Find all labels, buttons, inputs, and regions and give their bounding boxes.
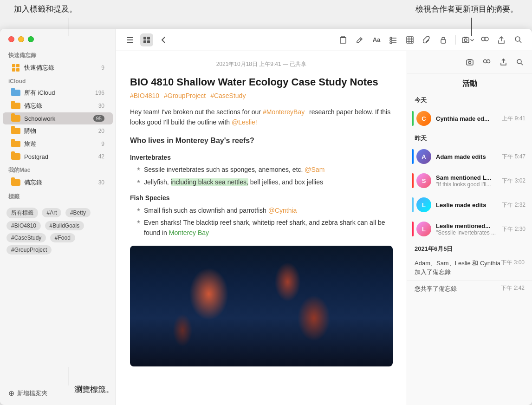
- adam-avatar: A: [416, 149, 431, 164]
- jellyfish-photo: [130, 246, 393, 366]
- tag-link-bio4810[interactable]: #BIO4810: [130, 92, 159, 99]
- maximize-button[interactable]: [28, 36, 34, 42]
- tag-link-groupproject[interactable]: #GroupProject: [164, 92, 206, 99]
- svg-point-28: [515, 37, 520, 41]
- icloud-notes-icon: [11, 102, 20, 110]
- minimize-button[interactable]: [18, 36, 24, 42]
- schoolwork-icon: [11, 115, 20, 122]
- tag-bio4810[interactable]: #BIO4810: [6, 221, 41, 230]
- sidebar-item-icloud-all[interactable]: 所有 iCloud 196: [3, 86, 113, 99]
- activity-photo-btn[interactable]: [463, 56, 476, 69]
- tag-groupproject[interactable]: #GroupProject: [6, 245, 52, 255]
- edit-button[interactable]: [353, 33, 366, 46]
- activity-today-label: 今天: [407, 92, 532, 106]
- schoolwork-badge: 95: [93, 115, 104, 122]
- postgrad-label: Postgrad: [24, 153, 95, 160]
- bullet-item-1: Sessile invertebrates such as sponges, a…: [137, 164, 393, 175]
- svg-point-33: [484, 59, 487, 63]
- table-button[interactable]: [403, 33, 416, 46]
- tag-casestudy[interactable]: #CaseStudy: [6, 233, 46, 242]
- note-meta: 2021年10月18日 上午9:41 — 已共享: [130, 60, 393, 68]
- list-view-button[interactable]: [123, 33, 136, 46]
- collab-button[interactable]: [478, 33, 491, 46]
- checklist-button[interactable]: [387, 33, 400, 46]
- activity-item-leslie1[interactable]: L Leslie made edits 下午 2:32: [407, 193, 532, 217]
- adam-name: Adam made edits: [436, 153, 497, 160]
- group-text-1: Adam、Sam、Leslie 和 Cynthia 加入了備忘錄: [415, 260, 500, 275]
- svg-rect-7: [340, 38, 346, 43]
- leslie1-time: 下午 2:32: [502, 201, 526, 209]
- tag-food[interactable]: #Food: [50, 233, 75, 242]
- shopping-label: 購物: [24, 127, 95, 135]
- activity-item-adam[interactable]: A Adam made edits 下午 5:47: [407, 144, 532, 169]
- format-button[interactable]: Aa: [370, 33, 383, 46]
- adam-indicator: [412, 149, 414, 164]
- sidebar-item-postgrad[interactable]: Postgrad 42: [3, 150, 113, 163]
- monterey-bay-link[interactable]: #MontereyBay: [263, 108, 305, 116]
- lock-button[interactable]: [437, 33, 450, 46]
- grid-view-button[interactable]: [140, 33, 153, 46]
- section2-sub: Fish Species: [130, 193, 393, 203]
- tag-all[interactable]: 所有標籤: [6, 208, 38, 218]
- postgrad-icon: [11, 153, 20, 160]
- sidebar-item-shopping[interactable]: 購物 20: [3, 124, 113, 137]
- sam-desc: "If this looks good I'll...: [436, 181, 497, 188]
- sidebar-item-icloud-notes[interactable]: 備忘錄 30: [3, 99, 113, 112]
- mymac-notes-label: 備忘錄: [24, 178, 95, 187]
- tag-buildgoals[interactable]: #BuildGoals: [45, 221, 84, 230]
- search-button[interactable]: [512, 33, 525, 46]
- bullet-item-3: Small fish such as clownfish and parrotf…: [137, 205, 393, 216]
- schoolwork-label: Schoolwork: [24, 115, 90, 122]
- sidebar-item-travel[interactable]: 旅遊 9: [3, 137, 113, 150]
- sam-name: Sam mentioned L...: [436, 174, 497, 181]
- tag-betty[interactable]: #Betty: [65, 208, 91, 217]
- toolbar-separator-1: [455, 35, 456, 45]
- activity-item-cynthia[interactable]: C Cynthia made ed... 上午 9:41: [407, 106, 532, 131]
- icloud-section-label: iCloud: [0, 74, 116, 86]
- activity-group-item-1[interactable]: 下午 3:00 Adam、Sam、Leslie 和 Cynthia 加入了備忘錄: [407, 255, 532, 281]
- sea-nettles-highlight: including black sea nettles,: [171, 178, 248, 186]
- svg-rect-4: [147, 37, 150, 39]
- back-button[interactable]: [157, 33, 170, 46]
- photo-button[interactable]: [461, 33, 474, 46]
- svg-point-34: [487, 59, 490, 63]
- leslie-mention[interactable]: @Leslie!: [232, 118, 257, 126]
- activity-share-btn[interactable]: [497, 56, 510, 69]
- sam-mention[interactable]: @Sam: [305, 166, 324, 173]
- icloud-all-label: 所有 iCloud: [24, 89, 91, 97]
- note-title: BIO 4810 Shallow Water Ecology Case Stud…: [130, 76, 393, 89]
- share-button[interactable]: [495, 33, 508, 46]
- traffic-lights: [0, 29, 116, 48]
- activity-yesterday-label: 昨天: [407, 131, 532, 144]
- fish-list: Small fish such as clownfish and parrotf…: [130, 205, 393, 238]
- sidebar: 快速備忘錄 快速備忘錄 9 iCloud: [0, 29, 116, 405]
- svg-point-35: [517, 59, 521, 64]
- sam-info: Sam mentioned L... "If this looks good I…: [436, 174, 497, 188]
- activity-search-btn[interactable]: [513, 56, 526, 69]
- tag-link-casestudy[interactable]: #CaseStudy: [210, 92, 246, 99]
- add-folder-button[interactable]: ⊕ 新增檔案夾: [0, 385, 116, 401]
- note-body: Hey team! I've broken out the sections f…: [130, 107, 393, 366]
- activity-collab-btn[interactable]: [480, 56, 493, 69]
- travel-label: 旅遊: [24, 140, 97, 148]
- icloud-notes-count: 30: [98, 103, 104, 109]
- activity-item-sam[interactable]: S Sam mentioned L... "If this looks good…: [407, 169, 532, 193]
- sidebar-item-mymac-notes[interactable]: 備忘錄 30: [3, 176, 113, 189]
- sidebar-item-schoolwork[interactable]: Schoolwork 95: [3, 112, 113, 124]
- cynthia-info: Cynthia made ed...: [436, 115, 497, 122]
- svg-rect-22: [441, 39, 446, 43]
- icloud-all-count: 196: [95, 90, 104, 96]
- tag-art[interactable]: #Art: [42, 208, 61, 217]
- svg-rect-5: [143, 40, 146, 43]
- shopping-count: 20: [98, 128, 104, 134]
- section1-sub: Invertebrates: [130, 152, 393, 163]
- activity-item-leslie2[interactable]: L Leslie mentioned... "Sessile invertebr…: [407, 217, 532, 241]
- delete-button[interactable]: [337, 33, 350, 46]
- attachment-button[interactable]: [420, 33, 433, 46]
- close-button[interactable]: [8, 36, 14, 42]
- activity-group-item-2[interactable]: 下午 2:42 您共享了備忘錄: [407, 281, 532, 297]
- sidebar-item-quick-notes[interactable]: 快速備忘錄 9: [3, 61, 113, 74]
- svg-rect-3: [143, 37, 146, 39]
- cynthia-mention[interactable]: @Cynthia: [268, 207, 297, 214]
- bullet-item-4: Even sharks! The blacktip reef shark, wh…: [137, 217, 393, 238]
